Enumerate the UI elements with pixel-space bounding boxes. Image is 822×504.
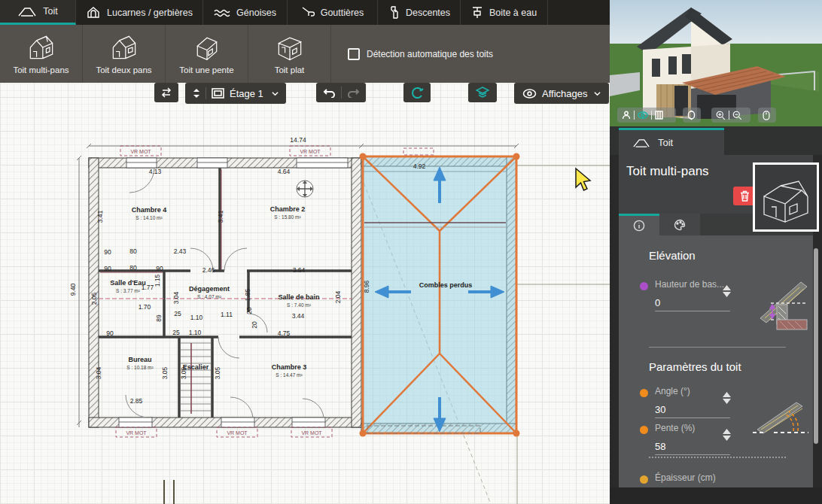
panel-tab-toit[interactable]: Toit (619, 128, 724, 155)
floor-plan[interactable]: Chambre 4S : 14.10 m²Chambre 2S : 15.80 … (0, 83, 610, 504)
dim-text: 1.77 (142, 284, 154, 291)
elevation-diagram (754, 272, 811, 333)
roof-corner-handle[interactable] (513, 430, 520, 437)
dim-text: 3.04 (95, 366, 102, 379)
flat-roof-house-icon (273, 33, 306, 62)
dim-text: 90 (106, 329, 114, 337)
tab-lucarnes[interactable]: Lucarnes / gerbières (76, 0, 203, 25)
viewer-toolbar-group (617, 108, 676, 123)
hauteur-input[interactable]: 0 (655, 297, 730, 311)
roof-corner-handle[interactable] (513, 153, 520, 160)
dim-text: 90 (156, 265, 163, 272)
hauteur-stepper[interactable] (723, 285, 731, 297)
room-name-text: Salle d'Eau (110, 279, 146, 287)
roof-corner-handle[interactable] (360, 430, 367, 437)
mono-pitch-house-icon (192, 33, 222, 62)
downpipe-icon (388, 6, 400, 20)
dim-text: 1.70 (139, 303, 151, 311)
vr-text: VR MOT (130, 149, 151, 154)
auto-detect-label: Détection automatique des toits (367, 49, 493, 59)
roof-corner-handle[interactable] (360, 153, 367, 160)
plan-canvas[interactable]: Chambre 4S : 14.10 m²Chambre 2S : 15.80 … (0, 83, 610, 504)
hip-roof-house-wireframe (755, 165, 817, 229)
palette-icon (674, 219, 687, 231)
dim-text: 1.15 (154, 274, 161, 287)
angle-input[interactable]: 30 (655, 404, 730, 418)
dim-text: 4.75 (278, 329, 291, 337)
floor-selector[interactable]: Étage 1 (185, 83, 286, 104)
room-name-text: Salle de bain (278, 293, 319, 301)
panel-tab-label: Toit (658, 137, 673, 148)
room-name-text: Dégagement (189, 285, 230, 293)
tab-label: Toit (43, 6, 57, 17)
dim-text: 3.64 (293, 266, 306, 274)
undo-icon[interactable] (323, 88, 336, 98)
dim-text: 4.92 (413, 162, 426, 170)
pente-stepper[interactable] (723, 429, 731, 441)
dormer-icon (86, 6, 101, 19)
dim-text: 3.41 (96, 210, 104, 223)
room-area-text: S : 14.47 m² (276, 372, 303, 378)
magnet-tool-button[interactable] (403, 83, 431, 102)
dim-text: 1.10 (189, 329, 202, 336)
tool-toit-une-pente[interactable]: Toit une pente (166, 25, 248, 83)
roof-overlay[interactable] (360, 148, 520, 437)
yellow-dot (640, 475, 648, 484)
room-area-text: S : 4.07 m² (197, 294, 222, 299)
orange-dot (640, 389, 648, 397)
undo-redo-group (316, 83, 366, 102)
room-area-text: S : 14.10 m² (135, 215, 163, 220)
hip-roof-house-icon (25, 33, 58, 62)
tab-toit[interactable]: Toit (0, 0, 76, 25)
room-name-text: Chambre 3 (272, 363, 307, 371)
person-icon[interactable] (622, 111, 631, 120)
tab-genoises[interactable]: Génoises (203, 0, 288, 25)
dim-text: 80 (129, 247, 137, 255)
eye-icon[interactable] (638, 111, 648, 119)
panel-scrollbar[interactable] (814, 248, 818, 444)
swap-orientation-button[interactable] (154, 83, 178, 102)
affichages-dropdown[interactable]: Affichages (514, 83, 609, 104)
tab-gouttieres[interactable]: Gouttières (288, 0, 378, 25)
move-handle-icon[interactable] (297, 181, 313, 197)
tab-descentes[interactable]: Descentes (378, 0, 461, 25)
tool-label: Toit multi-pans (13, 65, 68, 74)
tab-label: Boite à eau (489, 8, 537, 18)
tab-materials[interactable] (659, 214, 700, 235)
tool-toit-deux-pans[interactable]: Toit deux pans (83, 25, 166, 83)
3d-viewer[interactable] (610, 0, 822, 126)
tool-toit-multi-pans[interactable]: Toit multi-pans (0, 25, 83, 83)
pente-input[interactable]: 58 (655, 441, 730, 455)
dim-text: 80 (129, 264, 137, 272)
waterbox-icon (471, 6, 483, 20)
zoom-in-icon[interactable] (716, 111, 726, 120)
wall-panel-icon[interactable] (655, 111, 663, 120)
zoom-out-icon[interactable] (732, 111, 742, 120)
tab-label: Génoises (236, 8, 276, 18)
tab-boite-a-eau[interactable]: Boite à eau (461, 0, 548, 25)
redo-icon[interactable] (347, 88, 360, 98)
dim-text: 3.05 (161, 366, 169, 379)
tab-info[interactable] (619, 214, 659, 235)
dotted-divider (649, 457, 786, 458)
dim-text: 4.64 (278, 168, 291, 175)
angle-stepper[interactable] (723, 392, 731, 404)
viewer-pan-button[interactable] (683, 108, 701, 123)
3d-layers-button[interactable] (468, 83, 497, 102)
viewer-rotate-button[interactable] (758, 108, 776, 123)
info-icon (633, 220, 645, 232)
floor-spinner-icon[interactable] (193, 88, 200, 99)
dim-text: 25 (172, 329, 180, 336)
dim-text: 4.13 (149, 168, 162, 175)
vr-text: VR MOT (300, 149, 321, 154)
dim-text: 8.96 (363, 280, 370, 293)
purple-dot (640, 282, 648, 290)
dim-text: 3.05 (214, 366, 221, 379)
room-area-text: S : 7.40 m² (287, 302, 312, 308)
layers-3d-icon (476, 87, 489, 99)
room-area-text: S : 10.18 m² (126, 365, 154, 370)
dim-text: 1.10 (190, 314, 203, 321)
auto-detect-checkbox[interactable] (348, 48, 360, 60)
tool-toit-plat[interactable]: Toit plat (248, 25, 331, 83)
trash-icon (740, 190, 750, 202)
